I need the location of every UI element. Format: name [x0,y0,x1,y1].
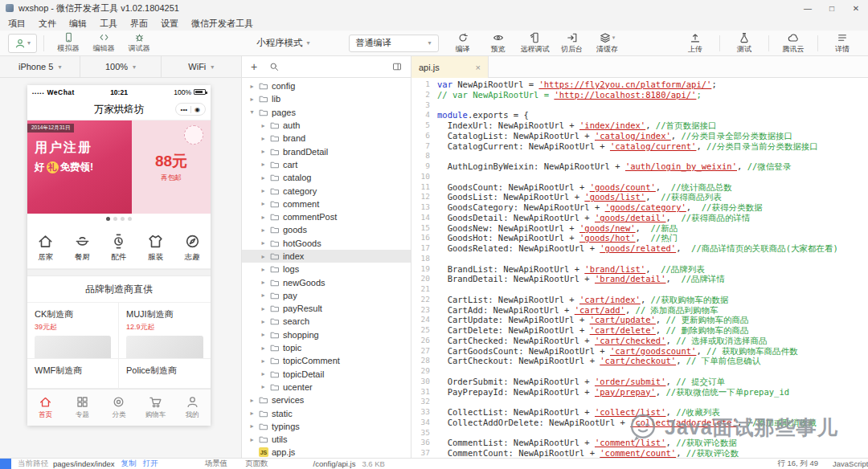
tab-api-js[interactable]: api.js × [411,56,489,78]
brand-card-CK制造商[interactable]: CK制造商39元起 [27,303,119,359]
tree-item-pages[interactable]: ▾pages [242,106,411,119]
zoom-select[interactable]: 100% ▾ [80,56,161,77]
miniprogram-menu-capsule[interactable]: ••• ◉ [175,103,206,116]
network-select[interactable]: WiFi ▾ [162,56,241,77]
tree-item-catalog[interactable]: ▸catalog [242,171,411,184]
tree-item-utils[interactable]: ▸utils [242,433,411,446]
minimize-button[interactable]: — [796,0,820,16]
phone-tab-专题[interactable]: 专题 [64,389,101,426]
phone-tab-分类[interactable]: 分类 [100,389,137,426]
tree-item-goods[interactable]: ▸goods [242,223,411,236]
search-icon[interactable] [269,62,279,71]
promo-banner[interactable]: 2014年12月31日 用户注册 好礼免费领! 88元 再包邮 [27,120,211,214]
folder-icon [270,160,280,169]
codebr-icon [99,32,109,43]
tree-item-pay[interactable]: ▸pay [242,289,411,302]
panel-toggle-icon[interactable] [392,62,402,71]
action-清缓存[interactable]: ▾清缓存 [590,32,625,55]
phone-tab-我的[interactable]: 我的 [174,389,211,426]
action-编译[interactable]: 编译 [445,32,481,55]
tree-item-auth[interactable]: ▸auth [242,119,411,132]
phone-tab-购物车[interactable]: 购物车 [137,389,174,426]
category-志趣[interactable]: 志趣 [174,226,211,268]
action-切后台[interactable]: 切后台 [555,32,590,55]
tree-item-cart[interactable]: ▸cart [242,158,411,171]
category-row: 居家餐厨配件服装志趣 [27,223,211,269]
tree-item-logs[interactable]: ▸logs [242,263,411,275]
tree-item-services[interactable]: ▸services [242,394,411,406]
action-上传[interactable]: 上传 [678,32,713,55]
toggle-编辑器[interactable]: 编辑器 [86,32,121,54]
phone-tab-bar: 首页专题分类购物车我的 [27,389,211,426]
device-select[interactable]: iPhone 5 ▾ [0,56,80,77]
brand-card-WMF制造商[interactable]: WMF制造商 [27,359,119,389]
tree-item-topic[interactable]: ▸topic [242,341,411,354]
tree-item-ucenter[interactable]: ▸ucenter [242,381,411,394]
code-area[interactable]: 1var NewApiRootUrl = 'https://fly2you.cn… [411,78,868,459]
menu-item-编辑[interactable]: 编辑 [63,18,93,30]
account-avatar[interactable]: ▾ [8,34,37,53]
more-icon[interactable]: ••• [181,106,187,113]
folder-icon [270,316,280,326]
category-服装[interactable]: 服装 [137,226,174,268]
category-居家[interactable]: 居家 [27,226,64,268]
toggle-模拟器[interactable]: 模拟器 [51,32,86,54]
page-count-button[interactable]: 页面数 [245,459,268,469]
maximize-button[interactable]: □ [820,0,844,16]
toggle-调试器[interactable]: 调试器 [121,32,157,54]
scene-value-button[interactable]: 场景值 [205,459,228,469]
menu-item-工具[interactable]: 工具 [93,18,124,30]
carousel-dot[interactable] [121,217,125,221]
action-远程调试[interactable]: 远程调试 [516,32,555,55]
category-配件[interactable]: 配件 [100,226,137,268]
tree-item-hotGoods[interactable]: ▸hotGoods [242,237,411,250]
exit-icon[interactable]: ◉ [194,106,200,113]
copy-path-link[interactable]: 复制 [121,459,137,469]
carousel-dot[interactable] [113,217,117,221]
details-icon [837,32,848,43]
tree-item-shopping[interactable]: ▸shopping [242,328,411,341]
tree-item-index[interactable]: ▸index [242,250,411,263]
open-path-link[interactable]: 打开 [143,459,158,469]
action-腾讯云[interactable]: 腾讯云 [776,32,811,55]
tree-item-brand[interactable]: ▸brand [242,132,411,145]
brand-card-MUJI制造商[interactable]: MUJI制造商12.9元起 [119,303,211,359]
tree-item-typings[interactable]: ▸typings [242,420,411,433]
window-title: wxshop - 微信开发者工具 v1.02.1804251 [18,2,179,14]
brand-card-Police制造商[interactable]: Police制造商 [119,359,211,389]
tree-item-topicComment[interactable]: ▸topicComment [242,354,411,367]
close-button[interactable]: ✕ [844,0,868,16]
tree-caret-icon: ▸ [248,96,256,103]
tree-item-topicDetail[interactable]: ▸topicDetail [242,368,411,381]
carousel-dot[interactable] [106,217,110,221]
tree-item-payResult[interactable]: ▸payResult [242,302,411,315]
tree-item-comment[interactable]: ▸comment [242,198,411,210]
tree-item-lib[interactable]: ▸lib [242,92,411,105]
menu-item-文件[interactable]: 文件 [32,18,63,30]
action-测试[interactable]: 测试 [727,32,762,55]
compile-mode-select[interactable]: 普通编译 ▾ [349,35,439,52]
tree-item-commentPost[interactable]: ▸commentPost [242,210,411,223]
add-file-button[interactable]: + [251,61,257,72]
tree-item-category[interactable]: ▸category [242,184,411,197]
phone-tab-首页[interactable]: 首页 [27,389,64,426]
tree-item-brandDetail[interactable]: ▸brandDetail [242,145,411,157]
category-餐厨[interactable]: 餐厨 [64,226,101,268]
tree-item-newGoods[interactable]: ▸newGoods [242,275,411,288]
menu-item-微信开发者工具[interactable]: 微信开发者工具 [185,18,260,30]
close-tab-icon[interactable]: × [476,63,481,72]
menu-item-项目[interactable]: 项目 [2,18,32,30]
status-blue-icon[interactable] [0,459,11,469]
mode-select[interactable]: 小程序模式 ▾ [256,37,310,49]
carousel-dot[interactable] [128,217,132,221]
tree-item-config[interactable]: ▸config [242,80,411,92]
tree-item-search[interactable]: ▸search [242,315,411,328]
toolbar-right-actions: 上传测试腾讯云详情 [678,32,860,55]
folder-icon [270,212,280,222]
menu-item-界面[interactable]: 界面 [124,18,154,30]
language-mode[interactable]: JavaScript [833,459,868,468]
action-详情[interactable]: 详情 [825,32,860,55]
action-预览[interactable]: 预览 [481,32,516,55]
menu-item-设置[interactable]: 设置 [154,18,185,30]
tree-item-static[interactable]: ▸static [242,406,411,419]
